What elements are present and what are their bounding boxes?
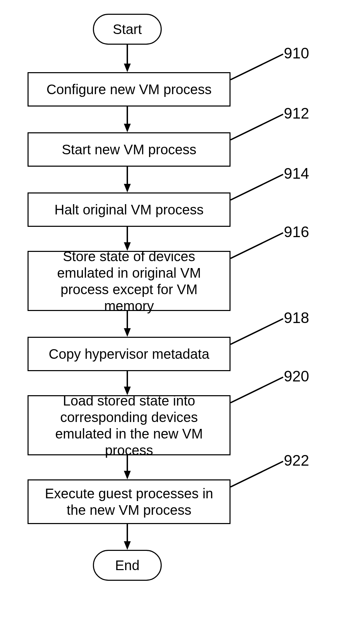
leader-918	[230, 318, 284, 345]
step-916: Store state of devices emulated in origi…	[28, 251, 231, 311]
arrow-916-to-918	[124, 311, 131, 337]
start-terminal: Start	[93, 14, 162, 45]
step-916-text: Store state of devices emulated in origi…	[35, 248, 223, 314]
svg-marker-1	[124, 64, 131, 72]
svg-marker-5	[124, 184, 131, 192]
label-912: 912	[284, 105, 309, 122]
label-918: 918	[284, 309, 309, 326]
step-914: Halt original VM process	[28, 192, 231, 227]
label-920: 920	[284, 368, 309, 385]
step-914-text: Halt original VM process	[54, 201, 204, 218]
svg-marker-9	[124, 328, 131, 337]
leader-914	[230, 174, 284, 201]
arrow-912-to-914	[124, 167, 131, 192]
label-914: 914	[284, 165, 309, 182]
end-label: End	[115, 558, 139, 573]
step-918: Copy hypervisor metadata	[28, 337, 231, 371]
leader-920	[230, 377, 284, 403]
flowchart-container: Start Configure new VM process 910 Start…	[0, 0, 342, 644]
step-920-text: Load stored state into corresponding dev…	[35, 392, 223, 458]
step-920: Load stored state into corresponding dev…	[28, 395, 231, 455]
svg-marker-3	[124, 124, 131, 132]
leader-910	[230, 54, 284, 80]
svg-marker-13	[124, 471, 131, 479]
step-918-text: Copy hypervisor metadata	[49, 346, 210, 362]
step-910: Configure new VM process	[28, 72, 231, 107]
step-912: Start new VM process	[28, 132, 231, 167]
start-label: Start	[113, 22, 142, 37]
label-910: 910	[284, 45, 309, 62]
end-terminal: End	[93, 550, 162, 581]
step-922-text: Execute guest processes in the new VM pr…	[35, 485, 223, 518]
step-922: Execute guest processes in the new VM pr…	[28, 479, 231, 524]
leader-916	[230, 232, 284, 259]
label-916: 916	[284, 223, 309, 241]
arrow-922-to-end	[124, 524, 131, 550]
arrow-918-to-920	[124, 371, 131, 395]
arrow-914-to-916	[124, 227, 131, 251]
svg-marker-15	[124, 541, 131, 550]
leader-912	[230, 114, 284, 141]
arrow-920-to-922	[124, 455, 131, 479]
label-922: 922	[284, 452, 309, 469]
arrow-910-to-912	[124, 107, 131, 132]
arrow-start-to-910	[124, 45, 131, 72]
step-910-text: Configure new VM process	[46, 81, 212, 98]
leader-922	[230, 461, 284, 488]
step-912-text: Start new VM process	[62, 141, 196, 158]
